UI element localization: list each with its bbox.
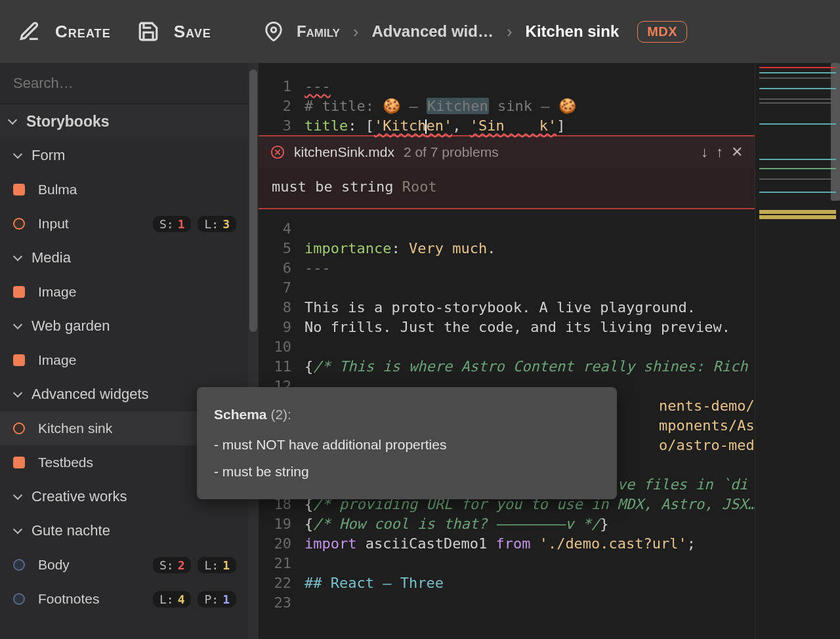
svg-point-0 xyxy=(271,28,276,33)
sidebar-group-label: Gute nachte xyxy=(32,522,236,539)
sidebar-group[interactable]: Web garden xyxy=(0,309,248,343)
code-line[interactable]: 20import asciiCastDemo1 from './demo.cas… xyxy=(259,533,755,553)
code-line[interactable]: 7 xyxy=(259,278,755,297)
save-label: Save xyxy=(174,22,211,42)
code-line[interactable]: 9No frills. Just the code, and its livin… xyxy=(259,317,755,337)
meta-pill: L:1 xyxy=(198,557,236,573)
line-number: 7 xyxy=(259,279,304,296)
chevron-down-icon xyxy=(13,320,22,329)
tooltip-line: - must be string xyxy=(214,460,600,484)
schema-tooltip: Schema (2): - must NOT have additional p… xyxy=(197,387,617,499)
problems-message-main: must be string xyxy=(272,178,402,195)
sidebar-group[interactable]: Form xyxy=(0,138,248,173)
problems-prev-button[interactable]: ↑ xyxy=(716,144,723,161)
crumb-mid[interactable]: Advanced wid… xyxy=(372,22,494,41)
chevron-down-icon xyxy=(13,252,22,261)
create-icon xyxy=(18,20,41,43)
bullet-icon xyxy=(13,184,25,196)
code-line[interactable]: 5importance: Very much. xyxy=(259,238,755,258)
code-line[interactable]: 10 xyxy=(259,337,755,356)
sidebar-group[interactable]: Gute nachte xyxy=(0,514,248,548)
code-line[interactable]: 21 xyxy=(259,553,755,573)
code-line[interactable]: 3title: ['Kitchen', 'Sin k'] xyxy=(259,115,755,135)
meta-pill: S:1 xyxy=(153,216,192,232)
sidebar-group[interactable]: Media xyxy=(0,241,248,275)
scrollbar-thumb[interactable] xyxy=(249,70,257,332)
code-text: ## React — Three xyxy=(304,575,444,591)
meta-pill: S:2 xyxy=(153,557,192,573)
problems-counter: 2 of 7 problems xyxy=(404,144,499,160)
line-number: 20 xyxy=(259,535,304,552)
line-number: 22 xyxy=(259,575,304,591)
meta-pill: L:4 xyxy=(153,591,192,608)
toolbar: Create Save Family › Advanced wid… › Kit… xyxy=(0,0,840,63)
code-line[interactable]: 19{/* How cool is that? ————————v */} xyxy=(259,514,755,533)
filetype-badge: MDX xyxy=(637,21,687,43)
chevron-down-icon xyxy=(8,115,17,125)
sidebar-item[interactable]: BodyS:2L:1 xyxy=(0,548,248,582)
minimap[interactable] xyxy=(755,63,840,639)
problems-next-button[interactable]: ↓ xyxy=(701,144,708,161)
sidebar-section-storybooks[interactable]: Storybooks xyxy=(0,104,248,138)
code-line[interactable]: 6--- xyxy=(259,258,755,278)
bullet-icon xyxy=(13,218,25,230)
sidebar-group-label: Form xyxy=(32,147,236,164)
tooltip-count: (2): xyxy=(270,407,291,422)
create-button[interactable]: Create xyxy=(18,20,111,43)
error-icon xyxy=(270,145,285,159)
code-line[interactable]: 8This is a proto-storybook. A live playg… xyxy=(259,297,755,317)
crumb-root[interactable]: Family xyxy=(297,22,340,41)
problems-close-button[interactable]: ✕ xyxy=(731,144,743,161)
save-button[interactable]: Save xyxy=(137,20,211,43)
sidebar-item[interactable]: InputS:1L:3 xyxy=(0,207,248,241)
line-number: 23 xyxy=(259,594,304,611)
code-line[interactable]: 2# title: 🍪 — Kitchen sink — 🍪 xyxy=(259,96,755,115)
sidebar-item-label: Body xyxy=(38,557,153,573)
minimap-scrollbar-thumb[interactable] xyxy=(831,63,840,201)
sidebar-item[interactable]: Bulma xyxy=(0,173,248,207)
line-number: 2 xyxy=(259,98,304,114)
chevron-down-icon xyxy=(13,150,22,159)
code-line[interactable]: 1--- xyxy=(259,76,755,96)
chevron-right-icon: › xyxy=(507,22,513,42)
bullet-icon xyxy=(13,286,25,298)
meta-pill: P:1 xyxy=(198,591,236,608)
sidebar-item[interactable]: Image xyxy=(0,343,248,377)
code-text: {/* How cool is that? ————————v */} xyxy=(304,516,609,532)
sidebar-item-label: Footnotes xyxy=(38,591,153,607)
tooltip-line: - must NOT have additional properties xyxy=(214,433,600,457)
code-line[interactable]: 23 xyxy=(259,592,755,612)
code-text: title: ['Kitchen', 'Sin k'] xyxy=(304,117,565,134)
code-text: --- xyxy=(304,78,331,94)
code-text: # title: 🍪 — Kitchen sink — 🍪 xyxy=(304,98,576,114)
code-line[interactable]: 22## React — Three xyxy=(259,573,755,592)
line-number: 1 xyxy=(259,78,304,94)
search-input[interactable] xyxy=(0,63,248,104)
line-number: 11 xyxy=(259,358,304,375)
sidebar-scrollbar[interactable] xyxy=(248,63,259,639)
problems-file: kitchenSink.mdx xyxy=(294,144,394,160)
sidebar-group-label: Media xyxy=(32,249,236,266)
bullet-icon xyxy=(13,593,25,605)
sidebar-item-meta: S:1L:3 xyxy=(153,216,236,232)
chevron-down-icon xyxy=(13,388,22,398)
sidebar-item-label: Input xyxy=(38,216,153,232)
save-icon xyxy=(137,20,159,43)
code-editor[interactable]: 1---2# title: 🍪 — Kitchen sink — 🍪3title… xyxy=(259,63,755,639)
sidebar-item-label: Image xyxy=(38,284,236,300)
code-line[interactable]: 11{/* This is where Astro Content really… xyxy=(259,356,755,376)
crumb-leaf[interactable]: Kitchen sink xyxy=(526,22,620,41)
sidebar-group-label: Web garden xyxy=(32,318,236,335)
line-number: 5 xyxy=(259,240,304,257)
code-text: {/* This is where Astro Content really s… xyxy=(304,358,748,375)
breadcrumb: Family › Advanced wid… › Kitchen sink MD… xyxy=(264,21,687,43)
sidebar-item-label: Bulma xyxy=(38,182,236,197)
sidebar: Storybooks FormBulmaInputS:1L:3MediaImag… xyxy=(0,63,248,639)
code-line[interactable]: 4 xyxy=(259,218,755,238)
line-number: 3 xyxy=(259,117,304,134)
bullet-icon xyxy=(13,423,25,434)
sidebar-item-label: Image xyxy=(38,352,236,368)
sidebar-item[interactable]: FootnotesL:4P:1 xyxy=(0,582,248,616)
sidebar-item[interactable]: Image xyxy=(0,275,248,309)
problems-message-trail: Root xyxy=(402,178,437,195)
